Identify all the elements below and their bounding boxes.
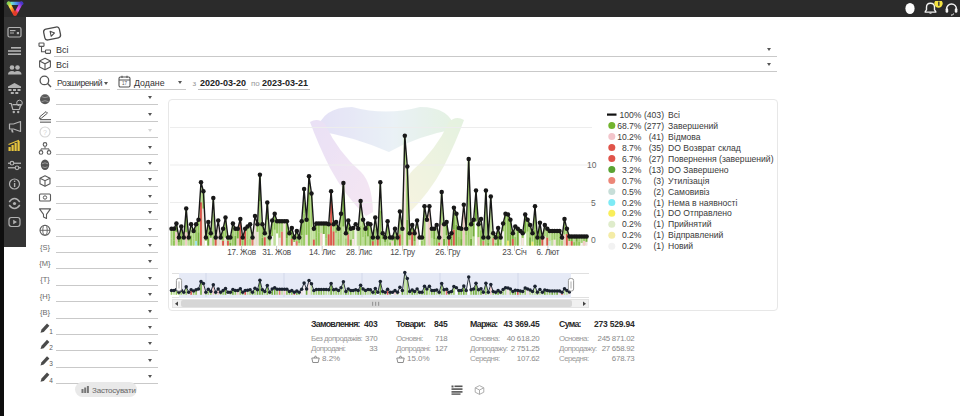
svg-text:Утилізація: Утилізація	[668, 176, 710, 186]
svg-text:10.2%: 10.2%	[617, 132, 642, 142]
svg-text:8.7%: 8.7%	[622, 143, 642, 153]
svg-text:DO Отправлено: DO Отправлено	[668, 208, 732, 218]
svg-text:0.7%: 0.7%	[622, 176, 642, 186]
svg-text:6.7%: 6.7%	[622, 154, 642, 164]
svg-text:0.2%: 0.2%	[622, 219, 642, 229]
svg-text:(1): (1)	[653, 241, 664, 251]
svg-text:(27): (27)	[649, 154, 664, 164]
svg-text:Новий: Новий	[668, 241, 693, 251]
svg-text:Прийнятий: Прийнятий	[668, 219, 712, 229]
svg-text:0.2%: 0.2%	[622, 230, 642, 240]
svg-text:Нема в наявності: Нема в наявності	[668, 198, 738, 208]
svg-text:(35): (35)	[649, 143, 664, 153]
svg-text:(1): (1)	[653, 219, 664, 229]
svg-text:DO Завершено: DO Завершено	[668, 165, 729, 175]
svg-text:Самовивіз: Самовивіз	[668, 187, 710, 197]
svg-text:(13): (13)	[649, 165, 664, 175]
svg-text:(403): (403)	[644, 110, 664, 120]
svg-text:3.2%: 3.2%	[622, 165, 642, 175]
svg-text:Відмова: Відмова	[668, 132, 701, 142]
svg-text:0.2%: 0.2%	[622, 241, 642, 251]
svg-text:(2): (2)	[653, 187, 664, 197]
svg-text:DO Возврат склад: DO Возврат склад	[668, 143, 741, 153]
svg-text:68.7%: 68.7%	[617, 121, 642, 131]
svg-text:Повернення (завершений): Повернення (завершений)	[668, 154, 774, 164]
svg-text:Всі: Всі	[668, 110, 680, 120]
svg-text:(277): (277)	[644, 121, 664, 131]
svg-text:100%: 100%	[620, 110, 642, 120]
svg-text:(1): (1)	[653, 230, 664, 240]
svg-text:0.5%: 0.5%	[622, 187, 642, 197]
svg-text:(3): (3)	[653, 176, 664, 186]
svg-text:0.2%: 0.2%	[622, 198, 642, 208]
svg-text:(41): (41)	[649, 132, 664, 142]
svg-text:(1): (1)	[653, 208, 664, 218]
svg-text:(1): (1)	[653, 198, 664, 208]
svg-text:Завершений: Завершений	[668, 121, 718, 131]
svg-text:0.2%: 0.2%	[622, 208, 642, 218]
svg-text:Відправлений: Відправлений	[668, 230, 724, 240]
